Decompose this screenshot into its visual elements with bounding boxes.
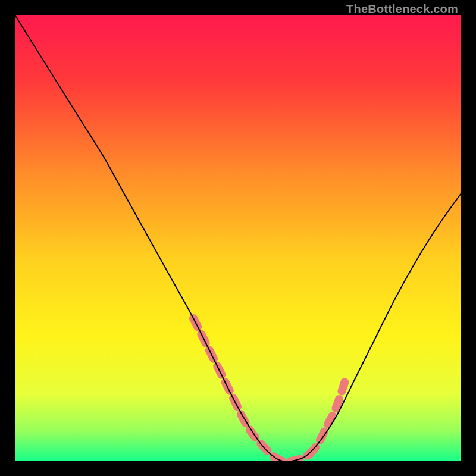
chart-frame [15, 15, 461, 461]
watermark-text: TheBottleneck.com [346, 2, 458, 16]
bottleneck-chart [15, 15, 461, 461]
gradient-background [15, 15, 461, 461]
